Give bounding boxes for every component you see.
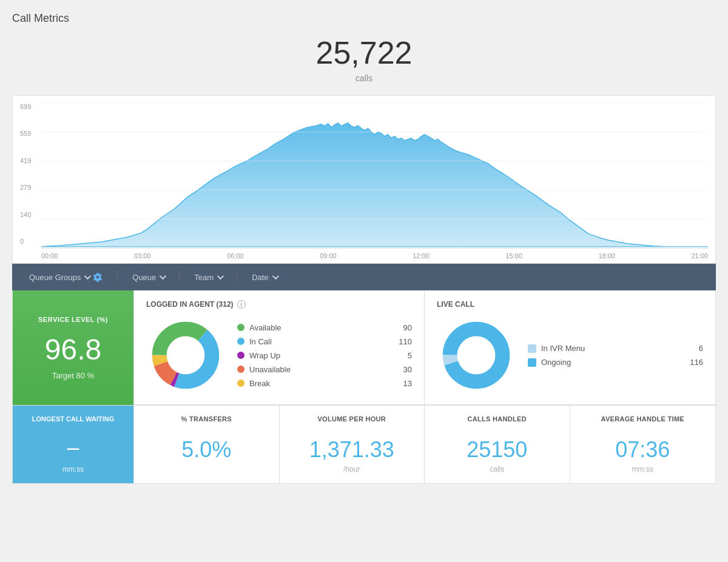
chart-y-axis: 699 559 419 279 140 0 xyxy=(20,103,38,245)
unavailable-dot xyxy=(237,366,244,373)
main-label: calls xyxy=(12,73,716,83)
queue-label: Queue xyxy=(132,273,156,282)
transfers-value: 5.0% xyxy=(181,437,231,463)
volume-value: 1,371.33 xyxy=(309,437,394,463)
avg-handle-time-sub: mm:ss xyxy=(632,465,653,473)
live-call-legend: In IVR Menu 6 Ongoing 116 xyxy=(528,344,703,367)
team-label: Team xyxy=(194,273,214,282)
transfers-header: % TRANSFERS xyxy=(181,415,232,423)
legend-available: Available 90 xyxy=(237,323,412,332)
legend-unavailable: Unavailable 30 xyxy=(237,365,412,374)
service-level-header: SERVICE LEVEL (%) xyxy=(38,316,108,323)
transfers-cell: % TRANSFERS 5.0% xyxy=(134,406,280,483)
chevron-down-icon-3 xyxy=(217,273,224,279)
service-level-cell: SERVICE LEVEL (%) 96.8 Target 80 % xyxy=(13,290,134,405)
avg-handle-time-value: 07:36 xyxy=(615,437,670,463)
in-call-dot xyxy=(237,338,244,345)
live-call-header: LIVE CALL xyxy=(437,300,474,309)
calls-handled-cell: CALLS HANDLED 25150 calls xyxy=(425,406,570,483)
legend-ivr: In IVR Menu 6 xyxy=(528,344,703,353)
calls-handled-sub: calls xyxy=(490,465,504,473)
queue-filter[interactable]: Queue xyxy=(125,269,172,286)
page-title: Call Metrics xyxy=(12,12,716,25)
svg-point-15 xyxy=(458,337,495,374)
volume-header: VOLUME per HOUR xyxy=(317,415,386,423)
lcw-sub: mm:ss xyxy=(62,465,84,473)
wrap-up-dot xyxy=(237,352,244,359)
chevron-down-icon-4 xyxy=(272,273,278,279)
break-dot xyxy=(237,380,244,387)
legend-ongoing: Ongoing 116 xyxy=(528,358,703,367)
avg-handle-time-header: AVERAGE HANDLE TIME xyxy=(601,415,684,423)
team-filter[interactable]: Team xyxy=(187,269,229,286)
legend-break: Break 13 xyxy=(237,379,412,388)
volume-cell: VOLUME per HOUR 1,371.33 /hour xyxy=(280,406,425,483)
date-filter[interactable]: Date xyxy=(244,269,284,286)
queue-groups-label: Queue Groups xyxy=(29,273,81,282)
info-icon: i xyxy=(237,300,246,309)
chevron-down-icon-2 xyxy=(160,273,166,279)
main-metric: 25,722 calls xyxy=(12,35,716,83)
logged-in-header: LOGGED IN AGENT (312) xyxy=(146,300,234,309)
available-dot xyxy=(237,324,244,331)
chart-x-axis: 00:00 03:00 06:00 09:00 12:00 15:00 18:0… xyxy=(41,249,708,263)
volume-sub: /hour xyxy=(343,465,360,473)
date-label: Date xyxy=(252,273,268,282)
main-number: 25,722 xyxy=(12,35,716,71)
ivr-dot xyxy=(528,344,536,353)
chart-area xyxy=(41,103,708,249)
svg-point-12 xyxy=(167,337,204,374)
gear-icon[interactable] xyxy=(93,272,103,282)
calls-handled-value: 25150 xyxy=(467,437,527,463)
service-level-target: Target 80 % xyxy=(52,371,94,380)
filter-bar: Queue Groups Queue Team Date xyxy=(12,264,716,290)
avg-handle-time-cell: AVERAGE HANDLE TIME 07:36 mm:ss xyxy=(570,406,716,483)
chart-container: 699 559 419 279 140 0 00:00 03:00 xyxy=(12,95,716,264)
ongoing-dot xyxy=(528,358,536,367)
calls-handled-header: CALLS HANDLED xyxy=(468,415,527,423)
logged-in-cell: LOGGED IN AGENT (312) i xyxy=(134,290,425,405)
logged-in-legend: Available 90 In Call 110 Wrap Up 5 Unava… xyxy=(237,323,412,388)
queue-groups-filter[interactable]: Queue Groups xyxy=(22,269,110,286)
lcw-header: LONGEST CALL WAITING xyxy=(32,415,114,423)
longest-call-waiting-cell: LONGEST CALL WAITING – mm:ss xyxy=(13,406,134,483)
filter-divider-3 xyxy=(237,271,237,283)
service-level-value: 96.8 xyxy=(45,333,101,366)
logged-in-donut xyxy=(146,316,225,395)
filter-divider-2 xyxy=(179,271,180,283)
live-call-donut xyxy=(437,316,516,395)
legend-in-call: In Call 110 xyxy=(237,337,412,346)
lcw-value: – xyxy=(67,435,79,460)
legend-wrap-up: Wrap Up 5 xyxy=(237,351,412,360)
chevron-down-icon xyxy=(84,273,91,279)
filter-divider xyxy=(117,271,118,283)
live-call-cell: LIVE CALL In IVR Menu 6 xyxy=(425,290,715,405)
